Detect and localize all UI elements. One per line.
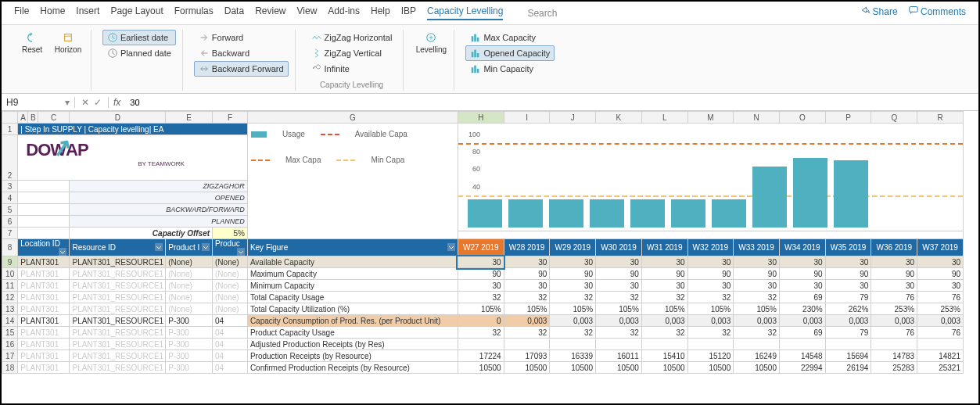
cell-value[interactable]: 10500 xyxy=(550,362,596,374)
col-O[interactable]: O xyxy=(779,112,825,124)
cell-value[interactable]: 25283 xyxy=(871,362,917,374)
cell-value[interactable]: 10500 xyxy=(734,362,780,374)
cell-value[interactable]: 16011 xyxy=(596,350,642,362)
row-17[interactable]: 17 xyxy=(2,350,18,362)
cell-value[interactable]: 30 xyxy=(825,256,871,268)
col-H[interactable]: H xyxy=(458,112,504,124)
cell-value[interactable]: 16339 xyxy=(550,350,596,362)
cell-value[interactable]: 30 xyxy=(734,280,780,292)
cell-product[interactable]: 04 xyxy=(213,350,248,362)
cell-value[interactable]: 32 xyxy=(596,292,642,303)
cell-value[interactable]: 30 xyxy=(687,280,734,292)
cell-product-i[interactable]: P-300 xyxy=(166,327,213,339)
hdr-product[interactable]: Produc xyxy=(213,239,248,256)
cell-value[interactable]: 10500 xyxy=(687,362,734,374)
cell-keyfigure[interactable]: Production Receipts (by Resource) xyxy=(247,350,458,362)
week-6[interactable]: W33 2019 xyxy=(734,239,780,256)
cell-value[interactable]: 32 xyxy=(458,327,504,339)
hdr-keyfigure[interactable]: Key Figure xyxy=(247,239,458,256)
cell-value[interactable]: 30 xyxy=(596,256,642,268)
filter-icon[interactable] xyxy=(155,243,163,251)
col-E[interactable]: E xyxy=(166,112,213,124)
cell-value[interactable]: 14821 xyxy=(917,350,964,362)
cell-resource[interactable]: PLANT301_RESOURCE1 xyxy=(70,350,166,362)
col-C[interactable]: C xyxy=(38,112,70,124)
cell-product-i[interactable]: P-300 xyxy=(166,339,213,350)
cell-value[interactable]: 69 xyxy=(779,292,825,303)
cell-keyfigure[interactable]: Total Capacity Usage xyxy=(247,292,458,303)
menu-data[interactable]: Data xyxy=(224,5,244,20)
cell-value[interactable]: 90 xyxy=(596,268,642,280)
cell-location[interactable]: PLANT301 xyxy=(18,362,70,374)
cell-value[interactable]: 0,003 xyxy=(734,315,780,327)
name-box[interactable]: H9▾ xyxy=(2,97,75,108)
row-7[interactable]: 7 xyxy=(2,228,18,239)
table-row[interactable]: 18PLANT301PLANT301_RESOURCE1P-30004Confi… xyxy=(2,362,964,374)
cell-value[interactable]: 0,003 xyxy=(687,315,734,327)
cell-value[interactable]: 230% xyxy=(779,303,825,315)
cell-value[interactable]: 30 xyxy=(550,280,596,292)
cell-keyfigure[interactable]: Adjusted Production Receipts (by Res) xyxy=(247,339,458,350)
col-B[interactable]: B xyxy=(28,112,38,124)
cell-value[interactable] xyxy=(779,339,825,350)
infinite-button[interactable]: Infinite xyxy=(307,61,397,77)
cell-value[interactable] xyxy=(734,339,780,350)
reset-button[interactable]: Reset xyxy=(16,30,48,56)
row-2[interactable]: 2 xyxy=(2,135,18,181)
cell-value[interactable] xyxy=(504,339,550,350)
cell-value[interactable]: 105% xyxy=(734,303,780,315)
row-1[interactable]: 1 xyxy=(2,124,18,135)
backward-forward-button[interactable]: Backward Forward xyxy=(194,61,289,77)
row-12[interactable]: 12 xyxy=(2,292,18,303)
table-row[interactable]: 14PLANT301PLANT301_RESOURCE1P-30004Capac… xyxy=(2,315,964,327)
cell-value[interactable]: 79 xyxy=(825,292,871,303)
cell-value[interactable]: 32 xyxy=(458,292,504,303)
cell-value[interactable]: 90 xyxy=(687,268,734,280)
cell-value[interactable] xyxy=(458,339,504,350)
cell-value[interactable]: 0 xyxy=(458,315,504,327)
cell-location[interactable]: PLANT301 xyxy=(18,339,70,350)
cell-product[interactable]: 04 xyxy=(213,327,248,339)
cell-location[interactable]: PLANT301 xyxy=(18,327,70,339)
cell-resource[interactable]: PLANT301_RESOURCE1 xyxy=(70,327,166,339)
opened-capacity-button[interactable]: Opened Capacity xyxy=(465,45,555,61)
menu-capacity-levelling[interactable]: Capacity Levelling xyxy=(427,5,503,20)
menu-page-layout[interactable]: Page Layout xyxy=(110,5,163,20)
week-4[interactable]: W31 2019 xyxy=(641,239,687,256)
menu-help[interactable]: Help xyxy=(371,5,390,20)
cell-value[interactable]: 10500 xyxy=(596,362,642,374)
menu-review[interactable]: Review xyxy=(255,5,285,20)
cell-value[interactable]: 105% xyxy=(596,303,642,315)
row-6[interactable]: 6 xyxy=(2,216,18,228)
row-4[interactable]: 4 xyxy=(2,192,18,204)
cell-keyfigure[interactable]: Total Capacity Utilization (%) xyxy=(247,303,458,315)
cell-value[interactable]: 10500 xyxy=(458,362,504,374)
cell-value[interactable]: 105% xyxy=(458,303,504,315)
cell-product[interactable]: (None) xyxy=(213,256,248,268)
cell-resource[interactable]: PLANT301_RESOURCE1 xyxy=(70,292,166,303)
col-M[interactable]: M xyxy=(687,112,734,124)
week-8[interactable]: W35 2019 xyxy=(825,239,871,256)
col-Q[interactable]: Q xyxy=(871,112,917,124)
cell-product[interactable]: (None) xyxy=(213,303,248,315)
cell-value[interactable]: 22994 xyxy=(779,362,825,374)
cell-value[interactable]: 30 xyxy=(596,280,642,292)
cell-resource[interactable]: PLANT301_RESOURCE1 xyxy=(70,256,166,268)
cell-value[interactable]: 30 xyxy=(917,256,964,268)
table-row[interactable]: 11PLANT301PLANT301_RESOURCE1(None)(None)… xyxy=(2,280,964,292)
fx-icon[interactable]: fx xyxy=(109,97,125,108)
confirm-icon[interactable]: ✓ xyxy=(94,97,102,108)
cell-value[interactable]: 30 xyxy=(871,256,917,268)
row-14[interactable]: 14 xyxy=(2,315,18,327)
cell-value[interactable]: 32 xyxy=(734,292,780,303)
cell-value[interactable]: 90 xyxy=(825,268,871,280)
cell-location[interactable]: PLANT301 xyxy=(18,268,70,280)
cell-value[interactable]: 26194 xyxy=(825,362,871,374)
cell-value[interactable]: 30 xyxy=(917,280,964,292)
cell-location[interactable]: PLANT301 xyxy=(18,280,70,292)
table-row[interactable]: 9PLANT301PLANT301_RESOURCE1(None)(None)A… xyxy=(2,256,964,268)
cell-keyfigure[interactable]: Product Capacity Usage xyxy=(247,327,458,339)
col-A[interactable]: A xyxy=(18,112,28,124)
row-15[interactable]: 15 xyxy=(2,327,18,339)
hdr-location[interactable]: Location ID xyxy=(18,239,70,256)
